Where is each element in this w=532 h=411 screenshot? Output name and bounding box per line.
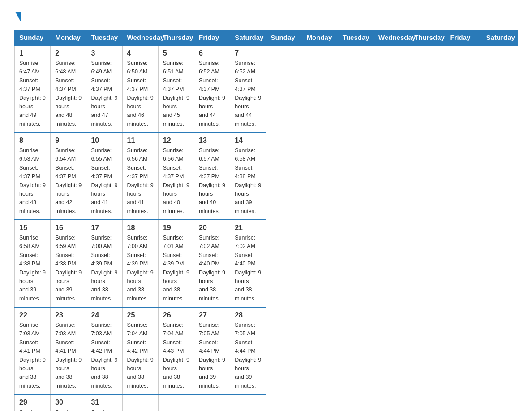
col-header-monday: Monday	[51, 30, 86, 46]
day-info: Sunrise: 7:05 AMSunset: 4:46 PMDaylight:…	[55, 408, 82, 411]
day-cell: 18 Sunrise: 7:00 AMSunset: 4:39 PMDaylig…	[122, 220, 158, 307]
day-info: Sunrise: 6:49 AMSunset: 4:37 PMDaylight:…	[91, 59, 117, 128]
day-cell: 2 Sunrise: 6:48 AMSunset: 4:37 PMDayligh…	[51, 45, 86, 133]
logo	[14, 11, 21, 21]
day-cell: 17 Sunrise: 7:00 AMSunset: 4:39 PMDaylig…	[86, 220, 122, 307]
col-header-wednesday: Wednesday	[122, 30, 158, 46]
day-info: Sunrise: 7:05 AMSunset: 4:45 PMDaylight:…	[19, 408, 46, 411]
day-number: 21	[235, 224, 261, 232]
day-cell: 6 Sunrise: 6:52 AMSunset: 4:37 PMDayligh…	[194, 45, 230, 133]
day-info: Sunrise: 7:03 AMSunset: 4:42 PMDaylight:…	[91, 321, 117, 390]
col-header-thursday: Thursday	[158, 30, 194, 46]
day-cell: 13 Sunrise: 6:57 AMSunset: 4:37 PMDaylig…	[194, 133, 230, 220]
col-header-sunday: Sunday	[15, 30, 51, 46]
day-cell: 4 Sunrise: 6:50 AMSunset: 4:37 PMDayligh…	[122, 45, 158, 133]
day-number: 25	[127, 311, 154, 319]
day-number: 4	[127, 49, 154, 57]
col-header-saturday: Saturday	[481, 30, 517, 46]
day-number: 12	[163, 137, 189, 145]
day-number: 9	[55, 137, 82, 145]
day-cell: 24 Sunrise: 7:03 AMSunset: 4:42 PMDaylig…	[86, 307, 122, 394]
day-info: Sunrise: 6:58 AMSunset: 4:38 PMDaylight:…	[235, 146, 261, 216]
day-cell: 23 Sunrise: 7:03 AMSunset: 4:41 PMDaylig…	[51, 307, 86, 394]
day-cell: 16 Sunrise: 6:59 AMSunset: 4:38 PMDaylig…	[51, 220, 86, 307]
day-info: Sunrise: 7:05 AMSunset: 4:44 PMDaylight:…	[235, 321, 261, 390]
day-cell: 7 Sunrise: 6:52 AMSunset: 4:37 PMDayligh…	[230, 45, 266, 133]
day-info: Sunrise: 6:50 AMSunset: 4:37 PMDaylight:…	[127, 59, 154, 128]
day-cell: 3 Sunrise: 6:49 AMSunset: 4:37 PMDayligh…	[86, 45, 122, 133]
day-cell: 25 Sunrise: 7:04 AMSunset: 4:42 PMDaylig…	[122, 307, 158, 394]
day-number: 28	[235, 311, 261, 319]
day-cell: 15 Sunrise: 6:58 AMSunset: 4:38 PMDaylig…	[15, 220, 51, 307]
day-info: Sunrise: 6:58 AMSunset: 4:38 PMDaylight:…	[19, 234, 46, 303]
day-cell: 11 Sunrise: 6:56 AMSunset: 4:37 PMDaylig…	[122, 133, 158, 220]
day-number: 30	[55, 398, 82, 407]
col-header-saturday: Saturday	[230, 30, 266, 46]
day-cell: 14 Sunrise: 6:58 AMSunset: 4:38 PMDaylig…	[230, 133, 266, 220]
day-cell: 12 Sunrise: 6:56 AMSunset: 4:37 PMDaylig…	[158, 133, 194, 220]
calendar-table: SundayMondayTuesdayWednesdayThursdayFrid…	[14, 30, 518, 411]
day-info: Sunrise: 7:02 AMSunset: 4:40 PMDaylight:…	[235, 234, 261, 303]
day-info: Sunrise: 6:53 AMSunset: 4:37 PMDaylight:…	[19, 146, 46, 216]
day-info: Sunrise: 7:06 AMSunset: 4:46 PMDaylight:…	[91, 408, 117, 411]
day-info: Sunrise: 7:01 AMSunset: 4:39 PMDaylight:…	[163, 234, 189, 303]
day-number: 2	[55, 49, 82, 57]
day-number: 11	[127, 137, 154, 145]
logo-triangle-icon	[15, 12, 21, 21]
day-cell: 31 Sunrise: 7:06 AMSunset: 4:46 PMDaylig…	[86, 394, 122, 411]
col-header-wednesday: Wednesday	[374, 30, 410, 46]
day-number: 7	[235, 49, 261, 57]
day-number: 14	[235, 137, 261, 145]
day-number: 13	[199, 137, 225, 145]
day-number: 27	[199, 311, 225, 319]
day-cell: 26 Sunrise: 7:04 AMSunset: 4:43 PMDaylig…	[158, 307, 194, 394]
calendar-header-row: SundayMondayTuesdayWednesdayThursdayFrid…	[15, 30, 518, 46]
day-info: Sunrise: 7:03 AMSunset: 4:41 PMDaylight:…	[55, 321, 82, 390]
day-cell: 5 Sunrise: 6:51 AMSunset: 4:37 PMDayligh…	[158, 45, 194, 133]
day-cell: 30 Sunrise: 7:05 AMSunset: 4:46 PMDaylig…	[51, 394, 86, 411]
week-row-1: 1 Sunrise: 6:47 AMSunset: 4:37 PMDayligh…	[15, 45, 518, 133]
day-number: 20	[199, 224, 225, 232]
day-number: 24	[91, 311, 117, 319]
col-header-tuesday: Tuesday	[338, 30, 373, 46]
day-cell: 22 Sunrise: 7:03 AMSunset: 4:41 PMDaylig…	[15, 307, 51, 394]
day-number: 26	[163, 311, 189, 319]
day-cell	[158, 394, 194, 411]
day-number: 31	[91, 398, 117, 407]
day-cell: 28 Sunrise: 7:05 AMSunset: 4:44 PMDaylig…	[230, 307, 266, 394]
day-number: 10	[91, 137, 117, 145]
day-cell	[230, 394, 266, 411]
day-cell: 19 Sunrise: 7:01 AMSunset: 4:39 PMDaylig…	[158, 220, 194, 307]
week-row-5: 29 Sunrise: 7:05 AMSunset: 4:45 PMDaylig…	[15, 394, 518, 411]
day-info: Sunrise: 6:54 AMSunset: 4:37 PMDaylight:…	[55, 146, 82, 216]
day-info: Sunrise: 6:56 AMSunset: 4:37 PMDaylight:…	[127, 146, 154, 216]
day-cell: 10 Sunrise: 6:55 AMSunset: 4:37 PMDaylig…	[86, 133, 122, 220]
day-info: Sunrise: 7:00 AMSunset: 4:39 PMDaylight:…	[91, 234, 117, 303]
page-header	[14, 11, 518, 21]
day-number: 1	[19, 49, 46, 57]
day-cell: 27 Sunrise: 7:05 AMSunset: 4:44 PMDaylig…	[194, 307, 230, 394]
day-number: 3	[91, 49, 117, 57]
col-header-thursday: Thursday	[410, 30, 446, 46]
day-info: Sunrise: 6:56 AMSunset: 4:37 PMDaylight:…	[163, 146, 189, 216]
day-cell	[122, 394, 158, 411]
day-cell: 20 Sunrise: 7:02 AMSunset: 4:40 PMDaylig…	[194, 220, 230, 307]
day-cell: 21 Sunrise: 7:02 AMSunset: 4:40 PMDaylig…	[230, 220, 266, 307]
day-info: Sunrise: 7:04 AMSunset: 4:42 PMDaylight:…	[127, 321, 154, 390]
col-header-sunday: Sunday	[266, 30, 302, 46]
day-info: Sunrise: 7:03 AMSunset: 4:41 PMDaylight:…	[19, 321, 46, 390]
day-info: Sunrise: 6:52 AMSunset: 4:37 PMDaylight:…	[235, 59, 261, 128]
day-number: 29	[19, 398, 46, 407]
week-row-4: 22 Sunrise: 7:03 AMSunset: 4:41 PMDaylig…	[15, 307, 518, 394]
week-row-3: 15 Sunrise: 6:58 AMSunset: 4:38 PMDaylig…	[15, 220, 518, 307]
day-number: 23	[55, 311, 82, 319]
day-info: Sunrise: 6:47 AMSunset: 4:37 PMDaylight:…	[19, 59, 46, 128]
day-cell: 29 Sunrise: 7:05 AMSunset: 4:45 PMDaylig…	[15, 394, 51, 411]
day-info: Sunrise: 6:59 AMSunset: 4:38 PMDaylight:…	[55, 234, 82, 303]
week-row-2: 8 Sunrise: 6:53 AMSunset: 4:37 PMDayligh…	[15, 133, 518, 220]
day-info: Sunrise: 7:05 AMSunset: 4:44 PMDaylight:…	[199, 321, 225, 390]
day-info: Sunrise: 6:51 AMSunset: 4:37 PMDaylight:…	[163, 59, 189, 128]
day-cell	[194, 394, 230, 411]
col-header-monday: Monday	[302, 30, 338, 46]
day-number: 15	[19, 224, 46, 232]
